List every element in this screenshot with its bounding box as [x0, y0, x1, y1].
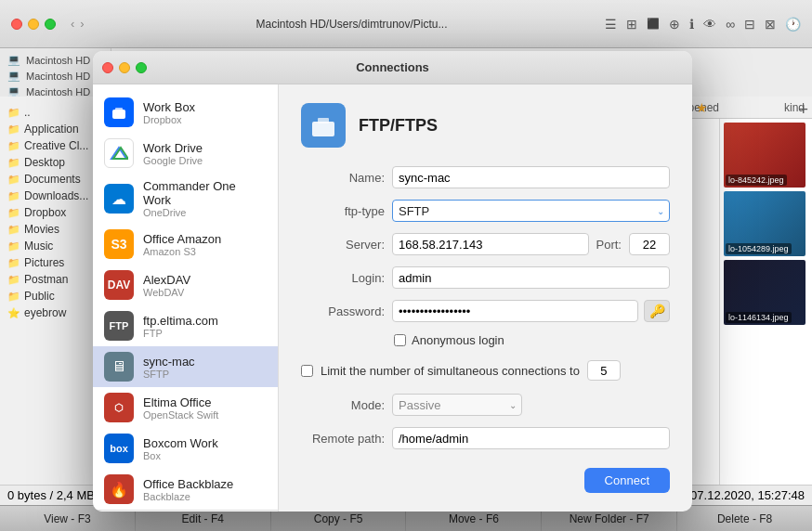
conn-type: WebDAV [143, 287, 267, 298]
conn-item-ftp[interactable]: FTP ftp.eltima.com FTP [93, 305, 278, 346]
sidebar-label: Dropbox [24, 206, 66, 219]
eye-icon[interactable]: 👁 [703, 17, 716, 32]
conn-item-amazon[interactable]: S3 Office Amazon Amazon S3 [93, 224, 278, 265]
name-row: Name: [301, 166, 670, 188]
conn-icon-workbox [104, 97, 134, 127]
conn-type: FTP [143, 328, 267, 339]
conn-item-workdrive[interactable]: Work Drive Google Drive [93, 133, 278, 174]
mode-row: Mode: Passive Active ⌄ [301, 394, 670, 416]
conn-name: Commander One Work [143, 179, 267, 207]
login-row: Login: [301, 266, 670, 289]
delete-button[interactable]: Delete - F8 [677, 506, 812, 531]
conn-item-webdav[interactable]: DAV AlexDAV WebDAV [93, 265, 278, 305]
conn-name: Boxcom Work [143, 436, 267, 450]
finder-toolbar-icons: ☰ ⊞ ⬛ ⊕ ℹ 👁 ∞ ⊟ ⊠ 🕐 [605, 17, 801, 32]
sidebar-label: eyebrow [24, 306, 66, 319]
conn-name: Work Drive [143, 141, 267, 155]
login-input[interactable] [392, 266, 670, 289]
remote-path-label: Remote path: [301, 432, 385, 446]
port-input[interactable] [629, 233, 670, 255]
conn-icon-amazon: S3 [104, 229, 134, 259]
conn-item-syncmac[interactable]: 🖥 sync-mac SFTP [93, 346, 278, 387]
tag-icon[interactable]: ⊟ [744, 17, 755, 32]
conn-item-onedrive[interactable]: ☁ Commander One Work OneDrive [93, 174, 278, 224]
conn-item-workbox[interactable]: Work Box Dropbox [93, 92, 278, 133]
share-icon[interactable]: ⊕ [669, 17, 680, 32]
conn-type: Box [143, 450, 267, 461]
conn-info-backblaze: Office Backblaze Backblaze [143, 477, 267, 502]
conn-icon-syncmac: 🖥 [104, 352, 134, 382]
limit-input[interactable] [587, 360, 621, 381]
folder-icon: 📁 [7, 173, 20, 186]
folder-icon: 📁 [7, 139, 20, 152]
nav-back-icon[interactable]: ‹ [71, 17, 74, 31]
thumbnails-panel: lo-845242.jpeg lo-1054289.jpeg lo-114613… [719, 119, 812, 503]
server-input[interactable] [392, 233, 589, 255]
modal-minimize-button[interactable] [119, 62, 130, 73]
connect-button[interactable]: Connect [584, 468, 670, 493]
sidebar-label: Movies [24, 223, 59, 236]
conn-type: Backblaze [143, 491, 267, 502]
sidebar-label: Downloads... [24, 189, 88, 202]
name-input[interactable] [392, 166, 670, 188]
view-icon[interactable]: ☰ [605, 17, 617, 32]
key-button[interactable]: 🔑 [644, 300, 670, 322]
folder-icon: 📁 [7, 206, 20, 219]
modal-title: Connections [356, 60, 429, 74]
password-label: Password: [301, 304, 385, 318]
finder-close-button[interactable] [11, 19, 22, 30]
name-label: Name: [301, 171, 385, 185]
folder-icon: 📁 [7, 189, 20, 202]
nav-forward-icon[interactable]: › [80, 17, 84, 31]
finder-zoom-button[interactable] [45, 19, 56, 30]
finder-minimize-button[interactable] [28, 19, 39, 30]
conn-item-backblaze[interactable]: 🔥 Office Backblaze Backblaze [93, 469, 278, 510]
anonymous-checkbox[interactable] [394, 334, 406, 346]
mode-label: Mode: [301, 398, 385, 412]
connect-icon[interactable]: ∞ [726, 17, 735, 32]
modal-close-button[interactable] [102, 62, 113, 73]
conn-list-footer: + − [93, 510, 278, 512]
port-label: Port: [596, 238, 622, 252]
sidebar-label: Postman [24, 273, 68, 286]
conn-icon-onedrive: ☁ [104, 184, 134, 214]
modal-traffic-lights [102, 62, 147, 73]
password-container: 🔑 [392, 300, 670, 322]
toggle-icon[interactable]: ⬛ [647, 18, 660, 30]
conn-name: Work Box [143, 100, 267, 114]
conn-item-swift[interactable]: ⬡ Eltima Office OpenStack Swift [93, 387, 278, 428]
anonymous-row: Anonymous login [301, 333, 670, 347]
conn-item-box[interactable]: box Boxcom Work Box [93, 428, 278, 469]
ftp-type-select[interactable]: FTP FTPS SFTP [392, 200, 670, 222]
add-button[interactable]: + [798, 100, 808, 120]
clock-icon[interactable]: 🕐 [785, 17, 801, 32]
folder-icon: 📁 [7, 106, 20, 119]
conn-icon-workdrive [104, 138, 134, 168]
sidebar-label: .. [24, 106, 31, 119]
conn-info-onedrive: Commander One Work OneDrive [143, 179, 267, 218]
sidebar-label: Public [24, 290, 55, 303]
conn-icon-webdav: DAV [104, 270, 134, 300]
ftp-type-row: ftp-type FTP FTPS SFTP ⌄ [301, 200, 670, 222]
limit-checkbox[interactable] [301, 365, 313, 377]
mode-select[interactable]: Passive Active [392, 394, 522, 416]
conn-type: Amazon S3 [143, 246, 267, 257]
sidebar-label: Music [24, 240, 53, 253]
conn-name: Office Amazon [143, 232, 267, 246]
conn-info-swift: Eltima Office OpenStack Swift [143, 395, 267, 421]
modal-zoom-button[interactable] [136, 62, 147, 73]
thumbnail-1: lo-845242.jpeg [724, 123, 805, 188]
drive-label: Macintosh HD [26, 86, 90, 97]
conn-info-workdrive: Work Drive Google Drive [143, 141, 267, 166]
remote-path-input[interactable] [392, 427, 670, 449]
grid-icon[interactable]: ⊞ [626, 17, 637, 32]
star-favorite-icon[interactable]: ★ [696, 100, 708, 115]
info-icon[interactable]: ℹ [689, 17, 694, 32]
password-input[interactable] [392, 300, 638, 322]
modal-titlebar: Connections [93, 51, 692, 84]
conn-info-syncmac: sync-mac SFTP [143, 355, 267, 380]
share2-icon[interactable]: ⊠ [765, 17, 776, 32]
drive-icon: 💻 [7, 70, 20, 82]
conn-detail-header: FTP/FTPS [301, 103, 670, 148]
conn-info-box: Boxcom Work Box [143, 436, 267, 461]
